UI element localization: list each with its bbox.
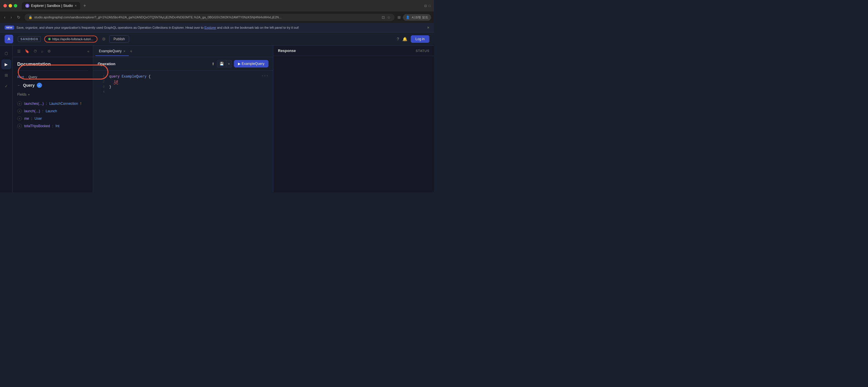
- sidebar-item-checks[interactable]: ✓: [1, 81, 11, 91]
- publish-button[interactable]: Publish: [109, 35, 129, 43]
- fields-label: Fields: [17, 93, 26, 97]
- new-tab-button[interactable]: +: [81, 2, 88, 9]
- left-panel-toolbar: ☰ 🔖 ⏱ ⌕ ⚙ «: [13, 46, 93, 57]
- banner-close-button[interactable]: ×: [427, 25, 429, 30]
- address-bar[interactable]: 🔒 studio.apollographql.com/sandbox/explo…: [25, 14, 395, 21]
- close-traffic-light[interactable]: [3, 4, 7, 7]
- share-icon-btn[interactable]: ⬆: [212, 62, 215, 66]
- back-button[interactable]: ‹: [3, 14, 7, 21]
- data-icon: ⊞: [5, 73, 8, 77]
- save-caret-icon[interactable]: ▾: [226, 61, 231, 67]
- sidebar-item-data[interactable]: ⊞: [1, 70, 11, 80]
- address-text: studio.apollographql.com/sandbox/explore…: [34, 15, 281, 19]
- field-add-icon[interactable]: +: [17, 124, 22, 128]
- tab-bar: A Explorer | Sandbox | Studio × +: [22, 2, 221, 9]
- banner-explorer-link[interactable]: Explorer: [204, 26, 216, 29]
- fullscreen-btn[interactable]: □: [429, 4, 431, 7]
- docs-icon-btn[interactable]: ☰: [16, 48, 22, 55]
- field-name: launches(…): [24, 102, 44, 106]
- breadcrumb-current: Query: [28, 75, 37, 79]
- save-operation-button[interactable]: 💾 ▾: [217, 60, 232, 67]
- fields-header: Fields ▾: [17, 93, 88, 97]
- field-add-icon[interactable]: +: [17, 101, 22, 106]
- history-icon-btn[interactable]: ⏱: [32, 48, 38, 55]
- documentation-title: Documentation: [17, 62, 88, 71]
- code-content: id: [109, 80, 269, 84]
- field-name: me: [24, 116, 29, 120]
- traffic-lights: [3, 4, 17, 7]
- example-query-tab[interactable]: ExampleQuery ×: [95, 47, 129, 56]
- code-editor[interactable]: ··· 1 query ExampleQuery { 2 id: [93, 71, 273, 192]
- breadcrumb: Root › Query: [17, 75, 88, 79]
- endpoint-selector[interactable]: https://apollo-fullstack-tutori...: [44, 36, 97, 42]
- graph-icon: ⬡: [5, 51, 8, 56]
- login-button[interactable]: Log in: [411, 35, 429, 43]
- app-header: A SANDBOX https://apollo-fullstack-tutor…: [0, 32, 434, 46]
- sidebar-item-explorer[interactable]: ▶: [1, 60, 11, 69]
- maximize-traffic-light[interactable]: [14, 4, 17, 7]
- profile-button[interactable]: 👤 시크릿 모드: [403, 14, 431, 21]
- field-add-icon[interactable]: +: [17, 109, 22, 113]
- sidebar: ⬡ ▶ ⊞ ✓: [0, 46, 13, 192]
- fields-section: Fields ▾ + launches(…) : LaunchConnectio…: [17, 93, 88, 130]
- field-add-icon[interactable]: +: [17, 116, 22, 121]
- notification-button[interactable]: 🔔: [402, 37, 407, 41]
- add-tab-button[interactable]: +: [130, 49, 132, 54]
- back-button[interactable]: ←: [17, 83, 21, 87]
- open-brace: {: [149, 75, 151, 79]
- search-icon-btn[interactable]: ⌕: [40, 48, 44, 55]
- field-totalTripsBooked[interactable]: + totalTripsBooked : Int: [17, 122, 88, 130]
- extensions-icon[interactable]: ⊞: [398, 15, 401, 20]
- field-me[interactable]: + me : User: [17, 115, 88, 122]
- field-launch[interactable]: + launch(…) : Launch: [17, 107, 88, 115]
- profile-label: 시크릿 모드: [411, 15, 428, 20]
- sidebar-item-graph[interactable]: ⬡: [1, 48, 11, 58]
- tab-name: ExampleQuery: [99, 49, 122, 53]
- field-colon: :: [42, 109, 43, 113]
- forward-button[interactable]: ›: [9, 14, 13, 21]
- check-icon: ✓: [5, 84, 8, 89]
- status-label: STATUS: [415, 49, 429, 52]
- operation-header: Operation ⬆ 💾 ▾ ▶ ExampleQuery: [93, 57, 273, 71]
- right-panel: Response STATUS: [273, 46, 434, 192]
- endpoint-settings-icon[interactable]: ⚙: [102, 37, 106, 41]
- collapse-panel-button[interactable]: «: [87, 49, 89, 54]
- more-options-button[interactable]: ···: [261, 73, 269, 78]
- field-type: Int: [56, 124, 59, 128]
- tab-close-btn[interactable]: ×: [75, 4, 77, 8]
- response-title: Response: [278, 48, 415, 53]
- explorer-icon: ▶: [5, 62, 8, 67]
- query-name: ExampleQuery: [122, 75, 149, 79]
- tab-title: Explorer | Sandbox | Studio: [31, 4, 73, 8]
- field-colon: :: [31, 116, 32, 120]
- line-number: 4: [98, 90, 104, 94]
- fields-caret-icon[interactable]: ▾: [28, 93, 30, 96]
- header-right: ? 🔔 Log in: [397, 35, 430, 43]
- code-line-2: 2 id: [93, 79, 273, 84]
- breadcrumb-root[interactable]: Root: [17, 75, 24, 79]
- banner-text: Save, organize, and share your organizat…: [17, 26, 425, 29]
- minimize-traffic-light[interactable]: [9, 4, 12, 7]
- profile-avatar: 👤: [406, 15, 410, 19]
- field-id: id: [114, 80, 118, 84]
- run-query-button[interactable]: ▶ ExampleQuery: [234, 60, 269, 67]
- apollo-logo: A: [5, 35, 13, 43]
- code-line-4: 4: [93, 90, 273, 94]
- cast-icon[interactable]: ⊡: [382, 15, 385, 20]
- active-tab[interactable]: A Explorer | Sandbox | Studio ×: [22, 2, 80, 9]
- tab-close-icon[interactable]: ×: [123, 49, 125, 53]
- line-number: 2: [98, 80, 104, 83]
- bookmark-icon[interactable]: ☆: [387, 15, 391, 20]
- field-launches[interactable]: + launches(…) : LaunchConnection !: [17, 100, 88, 107]
- settings-icon-btn[interactable]: ⚙: [46, 48, 52, 55]
- refresh-button[interactable]: ↻: [16, 14, 22, 21]
- endpoint-status-dot: [48, 38, 51, 40]
- sandbox-badge: SANDBOX: [18, 36, 41, 42]
- announcement-banner: NEW Save, organize, and share your organ…: [0, 23, 434, 32]
- restore-btn[interactable]: ⊡: [424, 4, 427, 8]
- query-section-header: ← Query ✓: [17, 83, 88, 88]
- code-content: }: [109, 85, 269, 89]
- query-title: Query: [23, 83, 34, 87]
- bookmarks-icon-btn[interactable]: 🔖: [24, 48, 30, 55]
- help-button[interactable]: ?: [397, 37, 399, 41]
